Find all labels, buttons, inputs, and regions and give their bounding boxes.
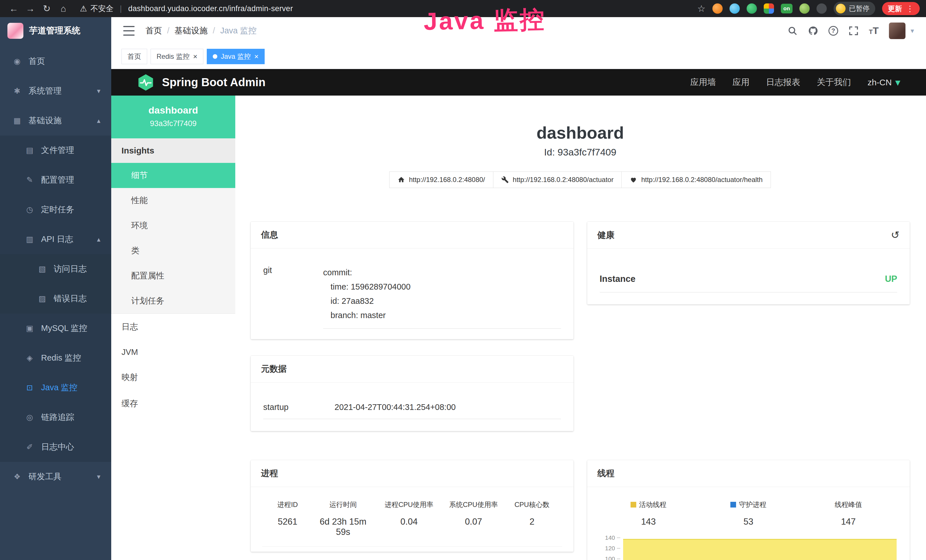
extension-icon-3[interactable]	[747, 3, 757, 14]
close-icon[interactable]: ×	[193, 52, 197, 61]
status-badge: UP	[885, 274, 897, 284]
tab-label: Redis 监控	[157, 52, 190, 61]
trace-icon: ◎	[24, 413, 35, 422]
actuator-url-link[interactable]: http://192.168.0.2:48080/actuator	[493, 171, 622, 188]
legend-value: 53	[698, 517, 799, 527]
sba-item-logs[interactable]: 日志	[111, 314, 235, 340]
sba-item-scheduled-tasks[interactable]: 计划任务	[111, 288, 235, 313]
chevron-down-icon: ▾	[895, 76, 900, 88]
github-icon[interactable]	[808, 26, 818, 36]
sidebar-item-label: Redis 监控	[41, 352, 100, 364]
hamburger-button[interactable]	[123, 26, 135, 36]
search-icon[interactable]	[787, 26, 798, 36]
sidebar-item-scheduled-jobs[interactable]: ◷ 定时任务	[0, 195, 111, 224]
caret-down-icon: ▾	[911, 27, 914, 35]
sba-nav-about[interactable]: 关于我们	[817, 76, 851, 88]
process-card: 进程 进程ID5261 运行时间6d 23h 15m 59s 进程CPU使用率0…	[251, 460, 573, 552]
insights-section-label: Insights	[111, 138, 235, 163]
sidebar-item-redis-monitor[interactable]: ◈ Redis 监控	[0, 343, 111, 373]
health-instance-label: Instance	[600, 274, 635, 284]
reload-button[interactable]: ↻	[39, 3, 54, 14]
breadcrumb-item-home[interactable]: 首页	[145, 25, 162, 36]
header-actions: ? TT ▾	[787, 23, 914, 39]
profile-button[interactable]: 已暂停	[834, 2, 875, 15]
y-axis-tick: 120	[605, 545, 620, 552]
sidebar-item-label: MySQL 监控	[41, 322, 100, 334]
sidebar-item-log-center[interactable]: ✐ 日志中心	[0, 432, 111, 462]
sba-item-metrics[interactable]: 性能	[111, 188, 235, 213]
help-icon[interactable]: ?	[828, 26, 838, 36]
sidebar-item-dev-tools[interactable]: ❖ 研发工具 ▾	[0, 462, 111, 492]
edit-icon: ✎	[24, 176, 35, 185]
health-card: 健康 ↺ Instance UP	[587, 222, 910, 304]
process-value: 0.04	[373, 517, 445, 527]
history-icon[interactable]: ↺	[891, 229, 899, 241]
back-button[interactable]: ←	[6, 3, 21, 14]
gear-icon: ✱	[12, 86, 22, 95]
tab-redis-monitor[interactable]: Redis 监控 ×	[151, 49, 203, 64]
sba-item-jvm[interactable]: JVM	[111, 340, 235, 364]
info-card: 信息 git commit: time: 1596289704000 id: 2…	[251, 222, 573, 339]
address-bar[interactable]: dashboard.yudao.iocoder.cn/infra/admin-s…	[128, 4, 293, 13]
sba-item-environment[interactable]: 环境	[111, 213, 235, 238]
kebab-menu-icon: ⋮	[906, 4, 914, 14]
sidebar-item-label: 文件管理	[41, 145, 100, 156]
extension-icon-6[interactable]	[817, 3, 827, 14]
sidebar-item-file-management[interactable]: ▤ 文件管理	[0, 136, 111, 165]
threads-chart: 140 120 100	[599, 531, 899, 560]
sidebar-item-error-logs[interactable]: ▨ 错误日志	[0, 284, 111, 313]
info-card-title: 信息	[261, 229, 278, 241]
profile-paused-label: 已暂停	[849, 4, 870, 13]
mysql-icon: ▣	[24, 324, 35, 333]
process-col-header: 进程ID	[262, 500, 313, 509]
close-icon[interactable]: ×	[254, 52, 259, 61]
health-url-link[interactable]: http://192.168.0.2:48080/actuator/health	[622, 171, 771, 188]
api-log-icon: ▥	[24, 235, 35, 244]
site-info-button[interactable]: ⚠ 不安全	[80, 3, 113, 14]
sidebar-item-home[interactable]: ◉ 首页	[0, 47, 111, 76]
instance-header[interactable]: dashboard 93a3fc7f7409	[111, 95, 235, 138]
locale-dropdown[interactable]: zh-CN ▾	[867, 76, 900, 88]
font-size-icon[interactable]: TT	[869, 25, 879, 36]
tab-java-monitor[interactable]: Java 监控 ×	[207, 49, 265, 64]
app-sidebar: 芋道管理系统 ◉ 首页 ✱ 系统管理 ▾ ▦ 基础设施 ▴ ▤	[0, 17, 111, 560]
sba-item-mappings[interactable]: 映射	[111, 364, 235, 390]
sba-title: Spring Boot Admin	[162, 76, 265, 89]
extension-icon-5[interactable]	[799, 3, 809, 14]
extension-on-badge[interactable]: on	[781, 4, 793, 14]
sba-item-caches[interactable]: 缓存	[111, 390, 235, 417]
sba-nav-links: 应用墙 应用 日志报表 关于我们 zh-CN ▾	[690, 76, 900, 88]
sba-nav-wallboard[interactable]: 应用墙	[690, 76, 716, 88]
extension-icon-2[interactable]	[729, 3, 740, 14]
sidebar-item-label: 访问日志	[54, 263, 100, 275]
sidebar-item-access-logs[interactable]: ▧ 访问日志	[0, 254, 111, 284]
sba-brand[interactable]: Spring Boot Admin	[137, 74, 265, 91]
sba-logo-icon	[137, 74, 154, 91]
sba-nav-journal[interactable]: 日志报表	[766, 76, 800, 88]
sba-item-details[interactable]: 细节	[111, 163, 235, 188]
sba-item-classes[interactable]: 类	[111, 238, 235, 263]
home-button[interactable]: ⌂	[56, 3, 71, 14]
instance-id: 93a3fc7f7409	[115, 119, 232, 128]
sidebar-item-config-management[interactable]: ✎ 配置管理	[0, 165, 111, 195]
tab-home[interactable]: 首页	[121, 49, 147, 64]
sidebar-item-tracing[interactable]: ◎ 链路追踪	[0, 403, 111, 432]
sidebar-item-java-monitor[interactable]: ⊡ Java 监控	[0, 373, 111, 403]
sba-item-config-props[interactable]: 配置属性	[111, 263, 235, 288]
user-avatar[interactable]	[889, 23, 905, 39]
tags-view: 首页 Redis 监控 × Java 监控 ×	[111, 44, 926, 69]
legend-label: 活动线程	[639, 500, 666, 509]
sidebar-item-infrastructure[interactable]: ▦ 基础设施 ▴	[0, 106, 111, 136]
sidebar-item-system-management[interactable]: ✱ 系统管理 ▾	[0, 76, 111, 106]
instance-url-link[interactable]: http://192.168.0.2:48080/	[389, 171, 493, 188]
app-logo[interactable]: 芋道管理系统	[0, 17, 111, 44]
bookmark-star-icon[interactable]: ☆	[697, 3, 705, 14]
chrome-update-button[interactable]: 更新 ⋮	[882, 2, 920, 15]
sba-nav-applications[interactable]: 应用	[732, 76, 749, 88]
fullscreen-icon[interactable]	[849, 26, 859, 36]
forward-button[interactable]: →	[23, 3, 38, 14]
extension-icon-4[interactable]	[764, 3, 774, 14]
sidebar-item-api-logs[interactable]: ▥ API 日志 ▴	[0, 224, 111, 254]
extension-icon-1[interactable]	[713, 3, 723, 14]
sidebar-item-mysql-monitor[interactable]: ▣ MySQL 监控	[0, 313, 111, 343]
